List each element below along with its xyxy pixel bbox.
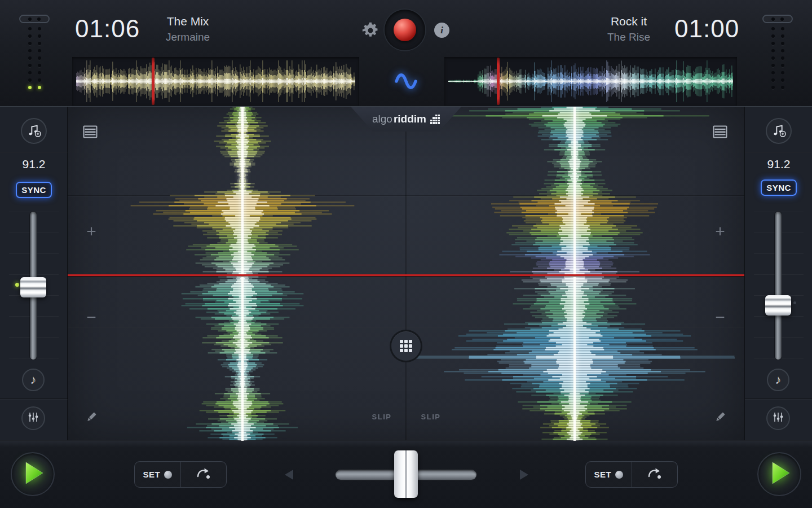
set-cue-label: SET [594, 470, 611, 479]
divider [745, 398, 812, 399]
record-icon [394, 19, 416, 41]
music-note-icon: ♪ [30, 373, 37, 387]
crossfade-right-arrow[interactable] [520, 470, 528, 480]
sidebar-left: 91.2 SYNC ♪ [0, 107, 68, 441]
deck-right-waveform[interactable] [406, 107, 744, 441]
deck-right-track-title: Rock it [581, 15, 677, 28]
set-cue-button-left[interactable]: SET [135, 462, 181, 487]
deck-left-track-title: The Mix [140, 15, 236, 28]
zoom-out-right[interactable]: − [709, 308, 731, 327]
record-button[interactable] [385, 10, 425, 50]
music-note-add-icon [27, 122, 42, 140]
playlist-icon [83, 131, 98, 141]
jump-arrow-icon [646, 466, 663, 483]
divider [745, 152, 812, 152]
set-cue-label: SET [143, 470, 160, 479]
overview-playhead-left [152, 58, 155, 105]
bpm-display-left[interactable]: 91.2 [0, 157, 68, 171]
playlist-icon [713, 131, 727, 141]
mixer-sliders-icon [772, 411, 784, 426]
mixer-button-left[interactable] [21, 406, 45, 430]
library-button-right[interactable] [713, 125, 727, 141]
fader-led-left [15, 283, 19, 287]
edit-grid-button-right[interactable] [714, 411, 726, 426]
pencil-icon [85, 415, 98, 425]
djay-app: 01:06 The Mix Jermaine i Rock it The Ris… [0, 0, 812, 508]
key-button-left[interactable]: ♪ [22, 369, 45, 391]
cue-dot-icon [164, 471, 172, 479]
tempo-fader-track-right[interactable] [775, 212, 782, 360]
logo-text-light: algo [372, 113, 392, 125]
zoom-in-left[interactable]: + [80, 222, 103, 241]
gear-icon [361, 32, 380, 42]
logo-text-bold: riddim [394, 113, 426, 125]
library-button-left[interactable] [83, 125, 98, 141]
tempo-fader-knob-right[interactable] [765, 295, 791, 316]
crossfader-knob[interactable] [394, 450, 418, 498]
slip-toggle-right[interactable]: SLIP [407, 413, 454, 421]
play-button-left[interactable] [11, 452, 55, 496]
fader-led-right [793, 301, 796, 304]
play-icon [25, 461, 44, 487]
deck-area: algo riddim [0, 106, 812, 440]
level-meter-right [761, 15, 794, 93]
zoom-in-right[interactable]: + [709, 222, 731, 241]
cue-dot-icon [615, 471, 623, 479]
divider [0, 152, 68, 152]
deck-left-track-artist: Jermaine [140, 31, 236, 43]
play-icon [771, 461, 791, 487]
deck-left-waveform[interactable] [68, 107, 406, 441]
add-track-button-left[interactable] [21, 118, 47, 144]
music-note-add-icon [771, 122, 787, 140]
cue-controls-left: SET [134, 461, 227, 488]
deck-right-track-artist: The Rise [581, 31, 677, 43]
playhead-line [68, 274, 744, 276]
set-cue-button-right[interactable]: SET [586, 462, 632, 487]
jump-cue-button-left[interactable] [181, 462, 227, 487]
zoom-out-left[interactable]: − [80, 308, 103, 327]
slip-toggle-left[interactable]: SLIP [358, 413, 405, 421]
pencil-icon [714, 415, 726, 425]
edit-grid-button-left[interactable] [85, 411, 98, 426]
deck-left-time[interactable]: 01:06 [75, 15, 140, 43]
logo-grid-icon [430, 115, 440, 124]
grid-icon [400, 340, 412, 352]
mixer-button-right[interactable] [766, 406, 790, 430]
transport-bar: SET SET [0, 440, 812, 508]
jump-cue-button-right[interactable] [632, 462, 678, 487]
crossfade-left-arrow[interactable] [285, 470, 293, 480]
deck-right-time[interactable]: 01:00 [674, 15, 739, 43]
settings-button[interactable] [361, 21, 380, 40]
add-track-button-right[interactable] [766, 118, 792, 144]
mixer-sliders-icon [27, 411, 39, 426]
sync-button-right[interactable]: SYNC [761, 179, 797, 196]
deck-left-track-info: The Mix Jermaine [140, 15, 236, 43]
overview-waveform-left[interactable] [76, 59, 355, 104]
header-bar: 01:06 The Mix Jermaine i Rock it The Ris… [0, 0, 812, 106]
tempo-fader-knob-left[interactable] [20, 277, 46, 297]
sidebar-right: 91.2 SYNC ♪ [744, 107, 812, 441]
play-button-right[interactable] [757, 452, 801, 496]
level-meter-left [18, 15, 51, 93]
overview-playhead-right [497, 58, 500, 105]
sync-button-left[interactable]: SYNC [16, 182, 52, 198]
info-button[interactable]: i [434, 23, 449, 38]
jump-arrow-icon [195, 466, 212, 483]
divider [0, 398, 68, 399]
cue-grid-button[interactable] [391, 331, 421, 361]
deck-right-track-info: Rock it The Rise [581, 15, 677, 43]
info-icon: i [440, 25, 443, 36]
key-button-right[interactable]: ♪ [767, 369, 789, 391]
overview-waveform-right[interactable] [448, 59, 733, 104]
bpm-display-right[interactable]: 91.2 [745, 157, 812, 171]
waveform-mode-icon [394, 71, 418, 94]
music-note-icon: ♪ [775, 373, 782, 387]
cue-controls-right: SET [585, 461, 678, 488]
